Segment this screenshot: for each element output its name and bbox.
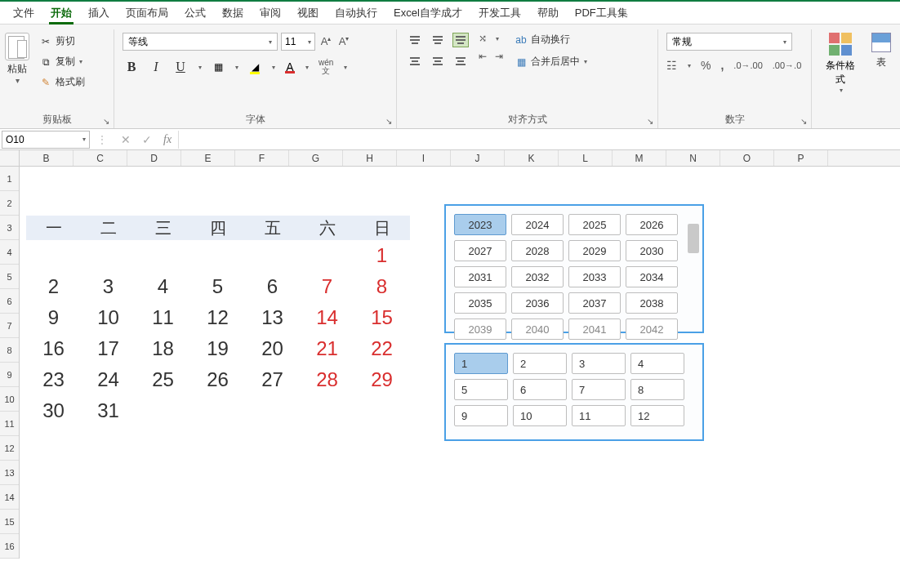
row-header[interactable]: 16 bbox=[0, 534, 19, 559]
row-header[interactable]: 8 bbox=[0, 338, 19, 363]
row-header[interactable]: 12 bbox=[0, 436, 19, 461]
col-header[interactable]: L bbox=[559, 150, 613, 166]
align-bottom-button[interactable] bbox=[452, 33, 469, 47]
year-slicer-item[interactable]: 2038 bbox=[626, 292, 678, 314]
col-header[interactable]: K bbox=[505, 150, 559, 166]
align-center-button[interactable] bbox=[430, 54, 446, 69]
font-size-select[interactable]: 11 ▾ bbox=[281, 33, 315, 51]
clipboard-launcher[interactable]: ↘ bbox=[100, 115, 112, 127]
row-header[interactable]: 11 bbox=[0, 412, 19, 436]
menu-developer[interactable]: 开发工具 bbox=[470, 2, 529, 24]
row-header[interactable]: 7 bbox=[0, 314, 19, 338]
month-slicer-item[interactable]: 5 bbox=[454, 379, 508, 400]
year-slicer-item[interactable]: 2025 bbox=[568, 214, 621, 235]
copy-button[interactable]: ⧉ 复制 ▾ bbox=[39, 55, 85, 69]
align-right-button[interactable] bbox=[452, 54, 469, 69]
chevron-down-icon[interactable]: ▾ bbox=[305, 64, 309, 71]
format-painter-button[interactable]: ✎ 格式刷 bbox=[39, 75, 85, 89]
phonetic-guide-button[interactable]: wén 文 bbox=[319, 59, 333, 75]
chevron-down-icon[interactable]: ▾ bbox=[272, 64, 275, 71]
paste-button[interactable]: 粘贴 bbox=[7, 62, 27, 76]
col-header[interactable]: D bbox=[127, 150, 181, 166]
col-header[interactable]: C bbox=[74, 150, 127, 166]
chevron-down-icon[interactable]: ▾ bbox=[344, 64, 347, 71]
paste-dropdown[interactable]: ▾ bbox=[16, 76, 20, 85]
month-slicer-item[interactable]: 11 bbox=[572, 405, 626, 426]
number-launcher[interactable]: ↘ bbox=[798, 115, 809, 127]
menu-automate[interactable]: 自动执行 bbox=[327, 2, 385, 24]
month-slicer-item[interactable]: 2 bbox=[513, 353, 567, 374]
accounting-format-button[interactable]: ☷ bbox=[666, 59, 677, 72]
increase-decimal-button[interactable]: .0→.00 bbox=[733, 60, 762, 70]
col-header[interactable]: F bbox=[235, 150, 289, 166]
scrollbar-thumb[interactable] bbox=[688, 224, 699, 253]
chevron-down-icon[interactable]: ▾ bbox=[496, 35, 499, 42]
month-slicer-item[interactable]: 8 bbox=[630, 379, 684, 400]
bold-button[interactable]: B bbox=[124, 60, 139, 74]
month-slicer-item[interactable]: 7 bbox=[572, 379, 626, 400]
year-slicer-item[interactable]: 2033 bbox=[568, 266, 621, 287]
month-slicer-item[interactable]: 10 bbox=[513, 405, 567, 426]
conditional-format-button[interactable]: 条件格式 ▾ bbox=[817, 31, 864, 96]
row-header[interactable]: 3 bbox=[0, 216, 19, 240]
year-slicer-item[interactable]: 2023 bbox=[454, 214, 506, 235]
paste-icon[interactable] bbox=[5, 33, 29, 60]
menu-pdf-tools[interactable]: PDF工具集 bbox=[567, 2, 636, 24]
month-slicer-item[interactable]: 12 bbox=[630, 405, 684, 426]
menu-review[interactable]: 审阅 bbox=[252, 2, 289, 24]
menu-insert[interactable]: 插入 bbox=[80, 2, 118, 24]
year-slicer[interactable]: 2023202420252026202720282029203020312032… bbox=[444, 204, 704, 333]
menu-file[interactable]: 文件 bbox=[5, 2, 42, 24]
row-header[interactable]: 9 bbox=[0, 363, 19, 387]
row-header[interactable]: 15 bbox=[0, 510, 19, 534]
year-slicer-item[interactable]: 2031 bbox=[454, 266, 506, 287]
increase-font-button[interactable]: A▴ bbox=[319, 35, 333, 47]
underline-button[interactable]: U bbox=[173, 60, 188, 74]
year-slicer-item[interactable]: 2040 bbox=[511, 318, 564, 340]
row-header[interactable]: 4 bbox=[0, 240, 19, 265]
row-header[interactable]: 2 bbox=[0, 191, 19, 216]
col-header[interactable]: M bbox=[613, 150, 666, 166]
align-left-button[interactable] bbox=[407, 54, 423, 69]
decrease-decimal-button[interactable]: .00→.0 bbox=[773, 60, 801, 70]
decrease-indent-button[interactable]: ⇤ bbox=[479, 51, 487, 62]
year-slicer-item[interactable]: 2037 bbox=[568, 292, 621, 314]
formula-input[interactable] bbox=[178, 131, 900, 149]
worksheet-grid[interactable]: B C D E F G H I J K L M N O P 1 2 3 4 5 … bbox=[0, 150, 900, 588]
wrap-text-button[interactable]: ab 自动换行 bbox=[515, 33, 587, 47]
font-name-select[interactable]: 等线 ▾ bbox=[123, 33, 278, 51]
year-slicer-item[interactable]: 2042 bbox=[626, 318, 678, 340]
year-slicer-item[interactable]: 2034 bbox=[626, 266, 678, 287]
chevron-down-icon[interactable]: ▾ bbox=[688, 62, 691, 69]
month-slicer-item[interactable]: 6 bbox=[513, 379, 567, 400]
decrease-font-button[interactable]: A▾ bbox=[336, 35, 351, 47]
menu-formulas[interactable]: 公式 bbox=[176, 2, 214, 24]
year-slicer-item[interactable]: 2026 bbox=[626, 214, 678, 235]
menu-home[interactable]: 开始 bbox=[42, 2, 80, 24]
row-header[interactable]: 13 bbox=[0, 461, 19, 485]
slicer-scrollbar[interactable] bbox=[688, 212, 699, 325]
year-slicer-item[interactable]: 2024 bbox=[511, 214, 564, 235]
name-box[interactable]: O10 ▾ bbox=[2, 131, 90, 149]
col-header[interactable]: B bbox=[20, 150, 74, 166]
month-slicer[interactable]: 123456789101112 bbox=[444, 343, 704, 441]
year-slicer-item[interactable]: 2041 bbox=[568, 318, 621, 340]
row-header[interactable]: 10 bbox=[0, 387, 19, 412]
font-launcher[interactable]: ↘ bbox=[383, 115, 394, 127]
italic-button[interactable]: I bbox=[149, 60, 163, 74]
comma-button[interactable]: , bbox=[720, 59, 724, 72]
year-slicer-item[interactable]: 2039 bbox=[454, 318, 506, 340]
chevron-down-icon[interactable]: ▾ bbox=[235, 64, 238, 71]
col-header[interactable]: P bbox=[774, 150, 828, 166]
col-header[interactable]: G bbox=[289, 150, 343, 166]
col-header[interactable]: O bbox=[720, 150, 774, 166]
align-middle-button[interactable] bbox=[430, 33, 446, 47]
select-all-corner[interactable] bbox=[0, 150, 20, 166]
year-slicer-item[interactable]: 2032 bbox=[511, 266, 564, 287]
orientation-button[interactable]: ⤭ bbox=[479, 33, 487, 44]
col-header[interactable]: I bbox=[397, 150, 451, 166]
align-top-button[interactable] bbox=[407, 33, 423, 47]
alignment-launcher[interactable]: ↘ bbox=[644, 115, 656, 127]
row-header[interactable]: 6 bbox=[0, 289, 19, 314]
year-slicer-item[interactable]: 2029 bbox=[568, 240, 621, 261]
